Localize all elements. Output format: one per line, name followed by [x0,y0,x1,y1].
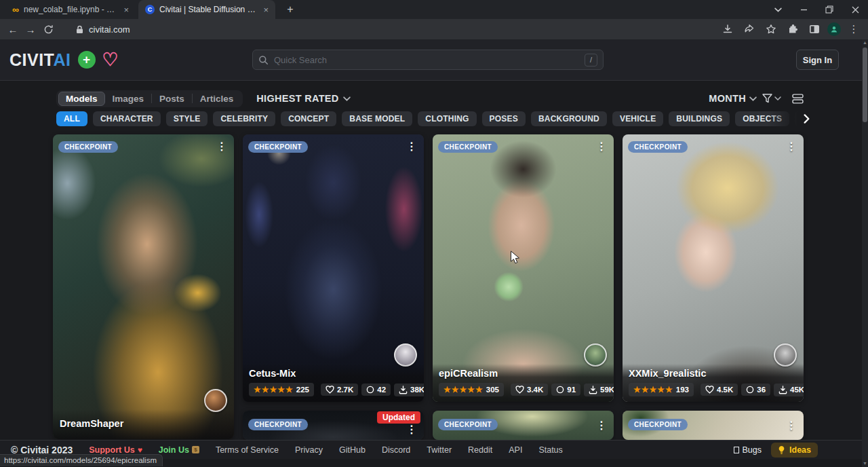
comment-icon [366,386,374,394]
chip-style[interactable]: STYLE [166,111,208,126]
browser-tab-civitai[interactable]: C Civitai | Stable Diffusion models, × [138,0,275,19]
tab-search-chevron-icon[interactable] [765,0,791,19]
checkpoint-badge: CHECKPOINT [628,141,688,153]
filter-dropdown[interactable] [762,94,781,103]
downloads-pill[interactable]: 38K [394,384,424,396]
tab-close-icon[interactable]: × [263,5,269,15]
likes-pill[interactable]: 4.5K [701,384,738,396]
chip-base-model[interactable]: BASE MODEL [342,111,412,126]
model-card-dreamshaper[interactable]: CHECKPOINT ⋮ DreamShaper [53,134,234,439]
creator-avatar[interactable] [584,343,607,367]
tab-title: Civitai | Stable Diffusion models, [159,5,258,14]
card-menu-icon[interactable]: ⋮ [593,417,610,433]
creator-avatar[interactable] [774,343,797,367]
creator-avatar[interactable] [204,389,227,412]
comments-pill[interactable]: 42 [361,384,391,396]
card-menu-icon[interactable]: ⋮ [593,138,610,154]
chevron-down-icon [774,96,781,100]
card-menu-icon[interactable]: ⋮ [783,138,800,154]
support-us-link[interactable]: Support Us♥ [89,445,142,455]
footer-link-status[interactable]: Status [538,445,562,455]
scroll-down-arrow[interactable]: ▼ [862,460,868,467]
footer-link-terms[interactable]: Terms of Service [216,445,279,455]
model-card-cetus-mix[interactable]: CHECKPOINT ⋮ Cetus-Mix ★★★★★225 2.7K 42 … [243,134,424,402]
scrollbar-thumb[interactable] [863,48,867,122]
browser-menu-icon[interactable]: ⋮ [845,20,863,38]
chip-buildings[interactable]: BUILDINGS [669,111,730,126]
comments-pill[interactable]: 91 [551,384,580,396]
chip-poses[interactable]: POSES [482,111,526,126]
page-scrollbar[interactable]: ▲ ▼ [862,39,868,467]
model-card-partial[interactable]: CHECKPOINT ⋮ [623,411,804,440]
footer-link-twitter[interactable]: Twitter [427,445,452,455]
ideas-button[interactable]: Ideas [771,443,818,457]
heart-icon [515,386,524,394]
quick-search[interactable]: / [252,50,604,70]
period-dropdown[interactable]: MONTH [709,93,757,104]
comments-pill[interactable]: 36 [741,384,770,396]
download-icon [589,386,597,394]
chip-celebrity[interactable]: CELEBRITY [213,111,275,126]
card-menu-icon[interactable]: ⋮ [403,138,420,154]
footer-link-discord[interactable]: Discord [382,445,410,455]
favorites-heart-icon[interactable]: ♡ [102,51,119,69]
browser-tab-colab[interactable]: ∞ new_colab_file.ipynb - Colaborat × [5,0,136,19]
window-close-button[interactable] [842,0,868,19]
civitai-favicon: C [145,5,155,14]
side-panel-icon[interactable] [806,20,823,38]
chip-background[interactable]: BACKGROUND [531,111,607,126]
model-card-xxmix9realistic[interactable]: CHECKPOINT ⋮ XXMix_9realistic ★★★★★193 4… [623,134,804,402]
reload-button[interactable] [39,20,57,38]
create-button[interactable]: + [78,51,96,69]
footer-link-privacy[interactable]: Privacy [295,445,323,455]
bookmark-star-icon[interactable] [762,20,780,38]
tab-models[interactable]: Models [58,92,105,106]
sign-in-button[interactable]: Sign In [796,50,839,70]
tab-images[interactable]: Images [105,92,152,106]
tab-posts[interactable]: Posts [152,92,192,106]
back-button[interactable]: ← [4,20,22,38]
share-icon[interactable] [741,20,758,38]
model-card-partial[interactable]: CHECKPOINT Updated ⋮ [243,411,424,440]
browser-toolbar: ← → civitai.com [0,19,868,39]
likes-pill[interactable]: 3.4K [511,384,548,396]
chips-scroll-right-button[interactable] [804,114,810,124]
browser-profile-avatar[interactable] [827,22,841,36]
tab-articles[interactable]: Articles [193,92,241,106]
footer-link-github[interactable]: GitHub [339,445,366,455]
extensions-puzzle-icon[interactable] [784,20,802,38]
new-tab-button[interactable]: + [283,3,297,16]
bugs-button[interactable]: Bugs [734,445,762,455]
join-us-link[interactable]: Join Us$ [159,445,199,455]
window-restore-button[interactable] [816,0,842,19]
address-bar[interactable]: civitai.com [76,24,130,35]
downloads-count: 38K [410,386,424,394]
chip-clothing[interactable]: CLOTHING [418,111,476,126]
card-menu-icon[interactable]: ⋮ [214,138,230,154]
chip-concept[interactable]: CONCEPT [281,111,336,126]
comments-count: 42 [377,386,386,394]
tab-close-icon[interactable]: × [123,5,129,15]
creator-avatar[interactable] [394,343,417,367]
downloads-pill[interactable]: 59K [584,384,614,396]
forward-button[interactable]: → [22,20,39,38]
window-minimize-button[interactable] [791,0,816,19]
chip-vehicle[interactable]: VEHICLE [612,111,663,126]
footer-link-api[interactable]: API [509,445,522,455]
model-card-partial[interactable]: CHECKPOINT ⋮ [433,411,614,440]
search-input[interactable] [274,55,579,65]
likes-pill[interactable]: 2.7K [321,384,358,396]
layout-toggle-button[interactable] [792,94,804,104]
card-menu-icon[interactable]: ⋮ [783,417,800,433]
chip-all[interactable]: ALL [56,111,87,126]
model-card-epicrealism[interactable]: CHECKPOINT ⋮ epiCRealism ★★★★★305 3.4K 9… [433,134,614,402]
card-menu-icon[interactable]: ⋮ [403,422,420,437]
downloads-pill[interactable]: 45K [774,384,804,396]
civitai-logo[interactable]: CIVITAI [9,50,71,70]
scroll-up-arrow[interactable]: ▲ [862,39,868,46]
sort-dropdown[interactable]: HIGHEST RATED [256,93,350,104]
footer-link-reddit[interactable]: Reddit [468,445,492,455]
rating-count: 225 [296,386,309,394]
chip-character[interactable]: CHARACTER [93,111,161,126]
download-page-icon[interactable] [719,20,736,38]
